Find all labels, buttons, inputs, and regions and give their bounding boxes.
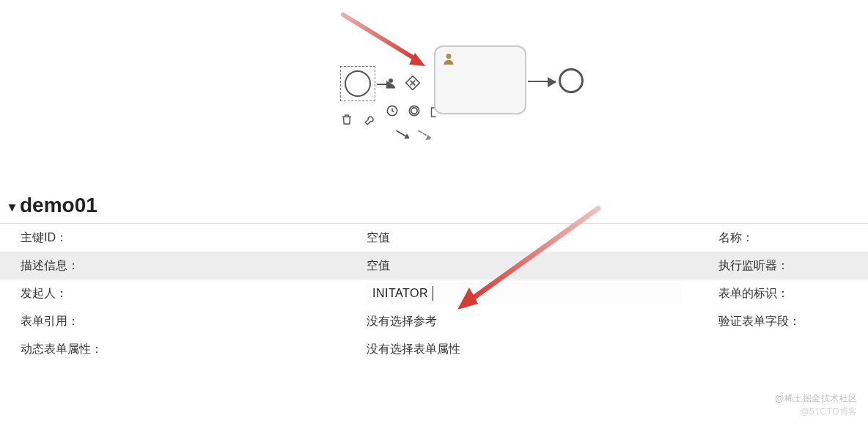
start-event-selected[interactable] [340,66,375,101]
bpmn-diagram [280,22,588,147]
palette-sequence-flow-icon[interactable] [391,123,413,145]
palette-wrench-icon[interactable] [362,112,378,128]
property-row: 描述信息： 空值 执行监听器： [0,252,868,279]
palette-gateway-icon[interactable] [405,75,421,91]
property-label-right: 验证表单字段： [711,314,868,329]
section-header[interactable]: ▾ demo01 [0,189,868,224]
property-label-right: 执行监听器： [711,258,868,274]
property-value[interactable]: 没有选择表单属性 [367,342,711,357]
palette-timer-event-icon[interactable] [384,103,400,119]
property-row: 动态表单属性： 没有选择表单属性 [0,335,868,363]
initiator-input[interactable] [367,282,682,304]
property-value[interactable]: 没有选择参考 [367,314,711,329]
start-event-circle [345,70,371,97]
bpmn-canvas[interactable] [0,0,868,189]
properties-panel: ▾ demo01 主键ID： 空值 名称： 描述信息： 空值 执行监听器： 发起… [0,189,868,363]
watermark-1: @稀土掘金技术社区 [775,392,858,405]
initiator-cell [367,282,711,304]
end-event[interactable] [559,68,584,93]
property-label: 发起人： [0,286,367,301]
property-row: 发起人： 表单的标识： [0,279,868,307]
section-title: demo01 [20,194,98,217]
property-label: 主键ID： [0,230,367,246]
svg-point-8 [446,54,452,59]
property-value[interactable]: 空值 [367,258,711,274]
text-caret [433,286,433,301]
sequence-flow-2[interactable] [528,81,556,82]
property-value[interactable]: 空值 [367,230,711,246]
property-label: 表单引用： [0,314,367,329]
svg-point-1 [389,78,393,83]
property-label: 描述信息： [0,258,367,274]
property-label-right: 表单的标识： [711,286,868,301]
chevron-down-icon: ▾ [9,199,15,215]
property-row: 主键ID： 空值 名称： [0,224,868,252]
property-label: 动态表单属性： [0,342,367,357]
watermark-2: @51CTO博客 [800,406,858,418]
user-task-marker-icon [441,51,456,66]
property-form: 主键ID： 空值 名称： 描述信息： 空值 执行监听器： 发起人： 表单的标识：… [0,224,868,363]
user-task-node[interactable] [434,45,526,114]
palette-association-icon[interactable] [413,123,435,145]
palette-user-task-icon[interactable] [383,75,399,91]
palette-intermediate-event-icon[interactable] [406,103,422,119]
property-row: 表单引用： 没有选择参考 验证表单字段： [0,307,868,335]
palette-delete-icon[interactable] [339,112,355,128]
svg-point-7 [411,108,417,114]
property-label-right: 名称： [711,230,868,246]
